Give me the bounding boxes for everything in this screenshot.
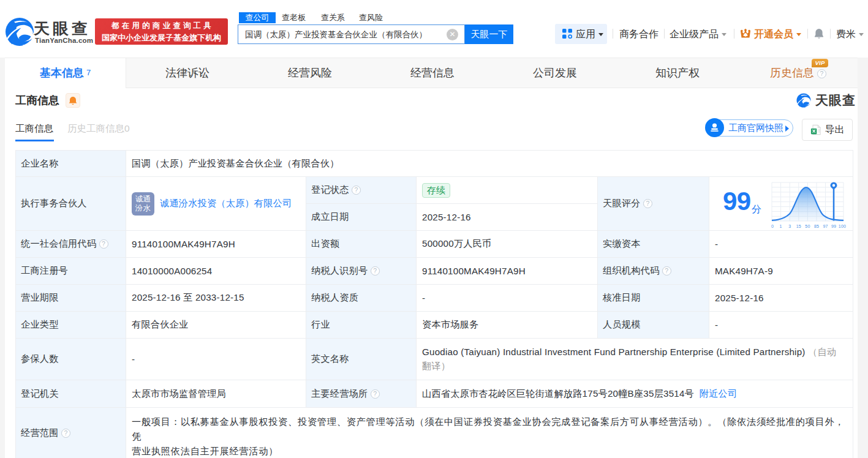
svg-text:50: 50 <box>805 224 810 228</box>
svg-text:99: 99 <box>831 224 836 228</box>
svg-text:15: 15 <box>796 224 801 228</box>
svg-text:0: 0 <box>771 224 774 228</box>
svg-text:85: 85 <box>814 224 819 228</box>
svg-text:3: 3 <box>788 224 791 228</box>
svg-text:97: 97 <box>823 224 828 228</box>
svg-text:1: 1 <box>780 224 782 228</box>
svg-text:100: 100 <box>839 224 846 228</box>
